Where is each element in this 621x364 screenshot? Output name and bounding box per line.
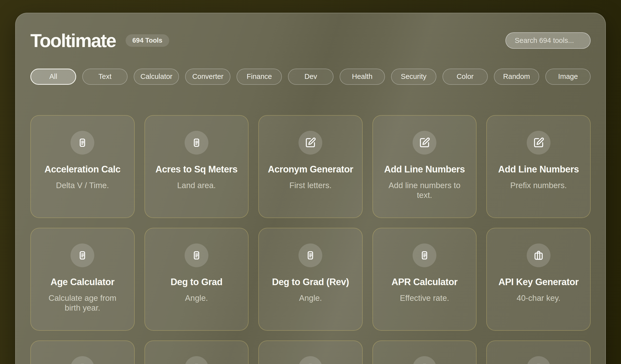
tool-subtitle: Calculate age from birth year. [40,293,125,313]
tool-card[interactable] [144,341,249,364]
filter-pill-finance[interactable]: Finance [237,69,282,85]
document-icon [185,356,208,364]
tool-card[interactable]: Age CalculatorCalculate age from birth y… [30,228,135,331]
filter-pill-converter[interactable]: Converter [185,69,230,85]
edit-icon [527,131,551,155]
tool-card[interactable]: Add Line NumbersPrefix numbers. [486,115,591,218]
filter-pill-calculator[interactable]: Calculator [134,69,179,85]
edit-icon [298,131,322,155]
tool-card[interactable]: Acres to Sq MetersLand area. [144,115,249,218]
tool-card[interactable]: Acronym GeneratorFirst letters. [258,115,363,218]
tool-card[interactable] [486,341,591,364]
main-panel: Tooltimate 694 Tools AllTextCalculatorCo… [15,13,606,364]
tools-grid: Acceleration CalcDelta V / Time.Acres to… [30,115,591,364]
tool-title: Add Line Numbers [384,164,465,175]
tool-card[interactable] [30,341,135,364]
filter-pill-all[interactable]: All [30,69,76,85]
tool-card[interactable]: APR CalculatorEffective rate. [372,228,477,331]
filter-pill-color[interactable]: Color [443,69,488,85]
document-icon [298,243,322,267]
document-icon [70,243,94,267]
tool-card[interactable]: Add Line NumbersAdd line numbers to text… [372,115,477,218]
document-icon [413,356,436,364]
tool-subtitle: Angle. [299,293,322,303]
document-icon [527,356,551,364]
tool-card[interactable]: API Key Generator40-char key. [486,228,591,331]
app-title: Tooltimate [30,30,116,51]
tool-title: Age Calculator [51,277,114,287]
filter-pill-image[interactable]: Image [545,69,591,85]
tool-subtitle: First letters. [290,181,331,190]
tool-subtitle: Prefix numbers. [510,181,567,190]
tool-title: Acres to Sq Meters [155,164,238,175]
tool-subtitle: Angle. [185,293,208,303]
tool-title: Add Line Numbers [498,164,579,175]
document-icon [70,131,94,155]
tool-subtitle: Add line numbers to text. [382,181,467,200]
tool-title: Acceleration Calc [45,164,121,175]
filter-pill-dev[interactable]: Dev [288,69,333,85]
tool-subtitle: Delta V / Time. [56,181,109,190]
tool-title: APR Calculator [392,277,458,287]
tool-count-badge: 694 Tools [126,34,170,47]
tool-subtitle: 40-char key. [517,293,561,303]
header: Tooltimate 694 Tools [30,30,591,51]
edit-icon [413,131,436,155]
tool-card[interactable] [258,341,363,364]
filter-pill-health[interactable]: Health [340,69,385,85]
tool-title: API Key Generator [499,277,579,287]
tool-subtitle: Effective rate. [400,293,449,303]
tool-card[interactable]: Acceleration CalcDelta V / Time. [30,115,135,218]
tool-card[interactable] [372,341,477,364]
tool-card[interactable]: Deg to GradAngle. [144,228,249,331]
tool-subtitle: Land area. [177,181,216,190]
document-icon [298,356,322,364]
tool-title: Deg to Grad [171,277,222,287]
tool-title: Acronym Generator [268,164,353,175]
document-icon [185,243,208,267]
filter-bar: AllTextCalculatorConverterFinanceDevHeal… [30,69,591,85]
document-icon [70,356,94,364]
document-icon [185,131,208,155]
tool-card[interactable]: Deg to Grad (Rev)Angle. [258,228,363,331]
filter-pill-text[interactable]: Text [82,69,128,85]
tool-title: Deg to Grad (Rev) [272,277,349,287]
search-input[interactable] [505,32,591,49]
briefcase-icon [527,243,551,267]
filter-pill-random[interactable]: Random [494,69,539,85]
filter-pill-security[interactable]: Security [391,69,436,85]
document-icon [413,243,436,267]
